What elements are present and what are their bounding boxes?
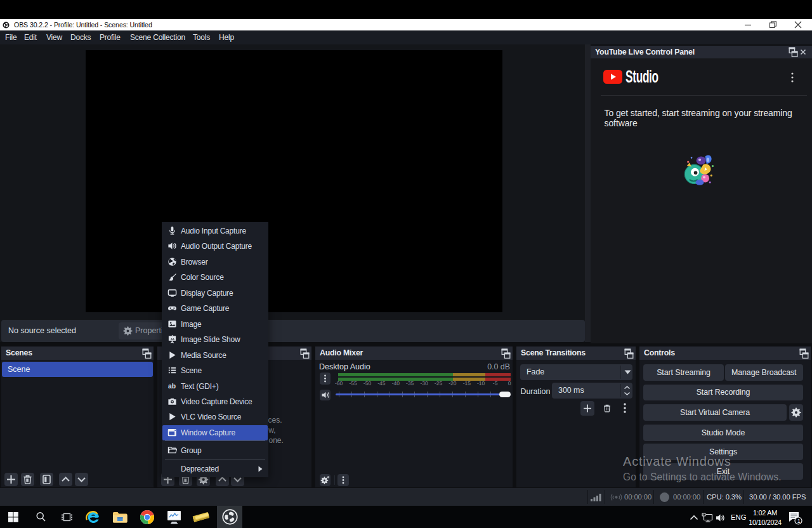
svg-text:ab: ab xyxy=(168,383,176,390)
svg-text:1: 1 xyxy=(797,518,801,524)
